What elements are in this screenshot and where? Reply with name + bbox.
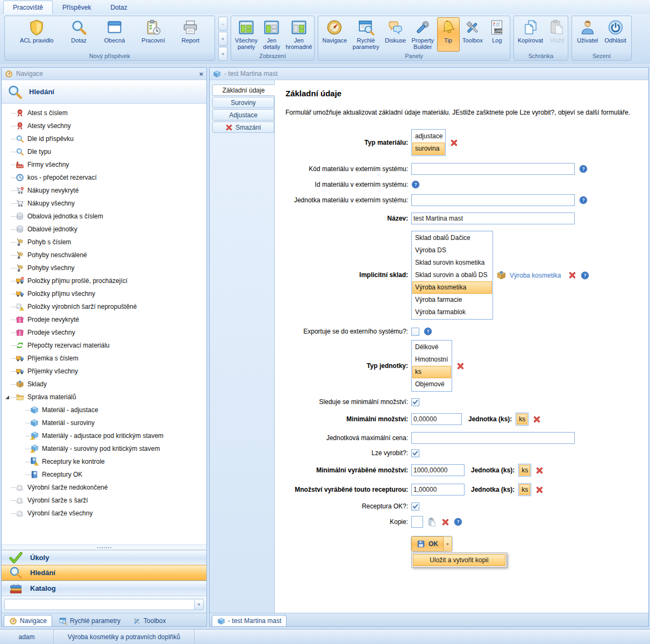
min-vyrabene-unit-listbox[interactable]: ks [518, 464, 531, 477]
ribbon-tab-dotaz[interactable]: Dotaz [101, 1, 137, 14]
receptura-ok-checkbox[interactable] [411, 503, 419, 511]
option-ks[interactable]: ks [412, 366, 451, 378]
option-vyroba-kosmetika[interactable]: Výroba kosmetika [412, 281, 492, 294]
tree-item-vyrobni-sarze-s-sarzi[interactable]: Výrobní šarže s šarží [2, 494, 206, 507]
form-tab-zakladni-udaje[interactable]: Základní údaje [212, 84, 275, 96]
tree-item-prodeje-nevykryte[interactable]: Prodeje nevykryté [2, 313, 206, 326]
accordion-band-katalog[interactable]: Katalog [2, 581, 206, 596]
min-mnozstvi-unit-listbox[interactable]: ks [516, 413, 528, 426]
accordion-band-hledani[interactable]: Hledání [2, 565, 206, 581]
ribbon-button-rychle-parametry[interactable]: Rychlé parametry [350, 17, 382, 52]
export-checkbox[interactable] [411, 328, 419, 336]
sklad-link[interactable]: Výroba kosmetika [510, 272, 561, 279]
kopie-help-icon[interactable]: ? [454, 518, 462, 526]
option-sklad-obalu-dacice[interactable]: Sklad obalů Dačice [412, 232, 492, 244]
ribbon-button-toolbox[interactable]: Toolbox [460, 17, 485, 45]
ribbon-button-navigace[interactable]: Navigace [319, 17, 349, 45]
ribbon-button-obecna[interactable]: Obecná [102, 17, 128, 45]
ribbon-button-pracovni[interactable]: Pracovní [139, 17, 167, 45]
tree-item-polozky-prijmu-vsechny[interactable]: Položky příjmu všechny [2, 287, 206, 300]
sidebar-combobox-field[interactable] [4, 599, 194, 610]
option-sklad-surovin-kosmetika[interactable]: Sklad surovin kosmetika [412, 257, 492, 269]
typ-materialu-listbox[interactable]: adjustacesurovina [411, 129, 446, 156]
tree-item-material-adjustace[interactable]: Materiál - adjustace [2, 404, 206, 416]
sleduje-checkbox[interactable] [411, 398, 419, 406]
tree-item-dle-id-prispevku[interactable]: Dle id příspěvku [2, 132, 206, 145]
export-help-icon[interactable]: ? [424, 327, 432, 336]
id-ext-help-icon[interactable]: ? [411, 180, 420, 189]
tree-item-nakupy-vsechny[interactable]: Nákupy všechny [2, 197, 206, 210]
jednotka-ext-input[interactable] [411, 194, 575, 206]
sidebar-tab-navigace[interactable]: Navigace [4, 615, 52, 626]
accordion-band-ukoly[interactable]: Úkoly [2, 550, 206, 565]
ribbon-button-property-builder[interactable]: Property Builder [409, 17, 437, 52]
sidebar-tab-toolbox[interactable]: Toolbox [127, 615, 171, 626]
option-ks[interactable]: ks [517, 414, 527, 424]
tree-item-vyrobni-sarze-vsechny[interactable]: Výrobní šarže všechny [2, 507, 206, 520]
min-mnozstvi-input[interactable] [411, 413, 462, 425]
tree-item-nakupy-nevykryte[interactable]: Nákupy nevykryté [2, 184, 206, 197]
min-vyrabene-input[interactable] [411, 464, 465, 476]
ribbon-button-vlozit[interactable]: Vložit [546, 17, 568, 45]
tree-item-dle-typu[interactable]: Dle typu [2, 145, 206, 158]
close-icon[interactable]: × [199, 70, 203, 77]
tree-item-obalove-jednotky[interactable]: Obalové jednotky [2, 223, 206, 236]
ribbon-button-jen-hromadne[interactable]: Jen hromadně [283, 17, 315, 52]
option-objemove[interactable]: Objemové [412, 378, 451, 391]
sidebar-combobox[interactable]: ▼ [2, 596, 206, 613]
typ-jednotky-listbox[interactable]: DélkovéHmotnostníksObjemové [411, 340, 452, 392]
sklad-listbox[interactable]: Sklad obalů DačiceVýroba DSSklad surovin… [411, 231, 493, 320]
tree-item-receptury-ok[interactable]: Receptury OK [2, 468, 206, 481]
tree-item-pohyb-s-cislem[interactable]: Pohyb s číslem [2, 236, 206, 249]
form-tab-smazani[interactable]: Smazání [212, 122, 274, 133]
ribbon-button-kopirovat[interactable]: Kopírovat [515, 17, 546, 45]
clear-typ-jednotky-icon[interactable] [456, 362, 465, 370]
option-hmotnostni[interactable]: Hmotnostní [412, 353, 451, 366]
expander-icon[interactable] [5, 395, 9, 399]
kopie-input[interactable] [411, 516, 423, 528]
mnozstvi-rec-input[interactable] [411, 484, 465, 496]
tree-item-firmy-vsechny[interactable]: Firmy všechny [2, 158, 206, 171]
ribbon-button-dotaz[interactable]: Dotaz [68, 17, 90, 45]
nazev-input[interactable] [411, 213, 575, 224]
kod-input[interactable] [411, 163, 575, 175]
ribbon-tab-pracoviste[interactable]: Pracoviště [3, 1, 53, 14]
tree-item-prodeje-vsechny[interactable]: Prodeje všechny [2, 326, 206, 339]
ribbon-button-log[interactable]: LOGLog [485, 17, 508, 45]
tree-item-sprava-materialu[interactable]: Správa materiálů [2, 391, 206, 404]
tree-item-vyrobni-sarze-nedokoncene[interactable]: Výrobní šarže nedokončené [2, 481, 206, 494]
option-surovina[interactable]: surovina [412, 143, 445, 155]
tree-item-pohyby-vsechny[interactable]: Pohyby všechny [2, 261, 206, 274]
tree-item-material-suroviny[interactable]: Materiál - suroviny [2, 416, 206, 429]
tree-item-atesty-vsechny[interactable]: Atesty všechny [2, 119, 206, 132]
clear-min-vyrabene-icon[interactable] [535, 466, 544, 475]
tree-item-receptury-ke-kontrole[interactable]: Receptury ke kontrole [2, 455, 206, 468]
ribbon-button-uzivatel[interactable]: Uživatel [574, 17, 601, 45]
tree-item-kos-prepocet-rezervaci[interactable]: kos - přepočet rezervací [2, 171, 206, 184]
document-tab[interactable]: - test Martina mast [212, 615, 287, 626]
ribbon-tab-prispevek[interactable]: Příspěvek [53, 1, 101, 14]
option-delkove[interactable]: Délkové [412, 341, 451, 353]
clear-kopie-icon[interactable] [441, 518, 449, 526]
mnozstvi-rec-unit-listbox[interactable]: ks [518, 483, 531, 496]
tree-item-atest-s-cislem[interactable]: Atest s číslem [2, 107, 206, 119]
jednotka-ext-help-icon[interactable]: ? [579, 196, 588, 204]
form-tab-suroviny[interactable]: Suroviny [212, 97, 274, 108]
ok-button[interactable]: OK [411, 536, 444, 551]
clear-sklad-icon[interactable] [568, 271, 576, 279]
tree-item-obalova-jednotka-s-cislem[interactable]: Obalová jednotka s číslem [2, 210, 206, 223]
tree-item-polozky-prijmu-prosle-prochazejici[interactable]: Položky příjmu prošlé, procházející [2, 274, 206, 287]
clear-mnozstvi-rec-icon[interactable] [535, 486, 544, 494]
sidebar-tab-rychle-parametry[interactable]: Rychlé parametry [54, 615, 126, 626]
kopie-paste-icon[interactable] [427, 517, 437, 527]
tree-item-materialy-adjustace-pod-kritickym-stavem[interactable]: Materiály - adjustace pod kritickým stav… [2, 429, 206, 442]
tree-item-polozky-vyrobnich-sarzi-nepropustene[interactable]: Položky výrobních šarží nepropuštěné [2, 300, 206, 313]
ribbon-button-diskuse[interactable]: Diskuse [382, 17, 409, 45]
chevron-down-icon[interactable]: ▼ [194, 599, 204, 610]
expand-more-button[interactable]: ▼ [218, 47, 227, 61]
panel-splitter[interactable] [2, 544, 206, 550]
ribbon-button-jen-detaily[interactable]: Jen detaily [260, 17, 283, 52]
tree-item-pohyby-neschvalene[interactable]: Pohyby neschválené [2, 249, 206, 261]
option-ks[interactable]: ks [519, 465, 530, 476]
ribbon-button-report[interactable]: Report [179, 17, 202, 45]
